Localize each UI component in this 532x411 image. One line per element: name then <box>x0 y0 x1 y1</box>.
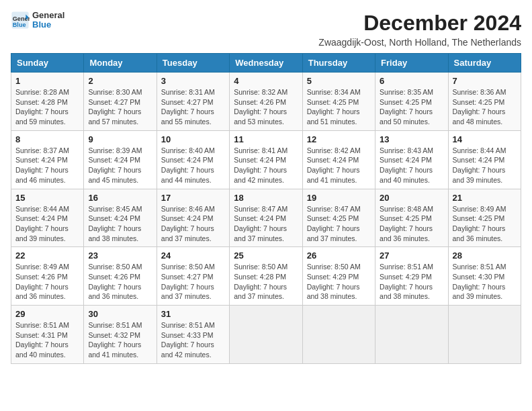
day-info: Sunrise: 8:35 AMSunset: 4:25 PMDaylight:… <box>380 87 443 127</box>
calendar-day-cell: 20Sunrise: 8:48 AMSunset: 4:25 PMDayligh… <box>375 189 448 247</box>
day-info: Sunrise: 8:50 AMSunset: 4:29 PMDaylight:… <box>307 262 371 302</box>
weekday-header-thursday: Thursday <box>302 54 375 73</box>
weekday-header-tuesday: Tuesday <box>157 54 229 73</box>
day-info: Sunrise: 8:45 AMSunset: 4:24 PMDaylight:… <box>88 204 152 244</box>
day-info: Sunrise: 8:50 AMSunset: 4:27 PMDaylight:… <box>161 262 225 302</box>
calendar-day-cell: 6Sunrise: 8:35 AMSunset: 4:25 PMDaylight… <box>375 73 448 131</box>
day-info: Sunrise: 8:34 AMSunset: 4:25 PMDaylight:… <box>307 87 371 127</box>
day-info: Sunrise: 8:28 AMSunset: 4:28 PMDaylight:… <box>15 87 79 127</box>
calendar-day-cell: 25Sunrise: 8:50 AMSunset: 4:28 PMDayligh… <box>230 247 302 306</box>
day-number: 14 <box>453 134 517 144</box>
calendar-day-cell <box>375 306 448 364</box>
calendar-week-row: 29Sunrise: 8:51 AMSunset: 4:31 PMDayligh… <box>11 306 521 364</box>
day-info: Sunrise: 8:51 AMSunset: 4:31 PMDaylight:… <box>15 320 79 360</box>
day-number: 9 <box>88 134 152 144</box>
day-number: 30 <box>88 309 152 319</box>
weekday-header-row: SundayMondayTuesdayWednesdayThursdayFrid… <box>11 54 521 73</box>
calendar-day-cell: 22Sunrise: 8:49 AMSunset: 4:26 PMDayligh… <box>11 247 84 306</box>
day-info: Sunrise: 8:41 AMSunset: 4:24 PMDaylight:… <box>234 146 298 185</box>
calendar-day-cell: 27Sunrise: 8:51 AMSunset: 4:29 PMDayligh… <box>375 247 448 306</box>
logo-line1: General <box>32 11 64 20</box>
calendar-day-cell: 30Sunrise: 8:51 AMSunset: 4:32 PMDayligh… <box>84 306 157 364</box>
calendar-day-cell: 13Sunrise: 8:43 AMSunset: 4:24 PMDayligh… <box>375 130 448 189</box>
day-number: 8 <box>15 134 79 144</box>
calendar-day-cell: 4Sunrise: 8:32 AMSunset: 4:26 PMDaylight… <box>230 73 302 131</box>
day-number: 15 <box>15 193 79 203</box>
calendar-day-cell: 28Sunrise: 8:51 AMSunset: 4:30 PMDayligh… <box>448 247 521 306</box>
calendar-day-cell: 17Sunrise: 8:46 AMSunset: 4:24 PMDayligh… <box>157 189 229 247</box>
calendar-day-cell: 2Sunrise: 8:30 AMSunset: 4:27 PMDaylight… <box>84 73 157 131</box>
day-info: Sunrise: 8:36 AMSunset: 4:25 PMDaylight:… <box>453 87 517 127</box>
calendar-table: SundayMondayTuesdayWednesdayThursdayFrid… <box>11 53 521 364</box>
logo-icon: General Blue <box>11 11 30 30</box>
day-number: 28 <box>453 250 517 261</box>
day-number: 19 <box>307 193 371 203</box>
day-number: 7 <box>453 76 517 86</box>
calendar-day-cell: 18Sunrise: 8:47 AMSunset: 4:24 PMDayligh… <box>230 189 302 247</box>
day-number: 2 <box>88 76 152 86</box>
day-info: Sunrise: 8:31 AMSunset: 4:27 PMDaylight:… <box>161 87 225 127</box>
day-number: 17 <box>161 193 225 203</box>
day-number: 27 <box>380 250 443 261</box>
calendar-week-row: 8Sunrise: 8:37 AMSunset: 4:24 PMDaylight… <box>11 130 521 189</box>
day-info: Sunrise: 8:46 AMSunset: 4:24 PMDaylight:… <box>161 204 225 244</box>
logo-line2: Blue <box>32 20 64 30</box>
day-number: 10 <box>161 134 225 144</box>
calendar-day-cell <box>448 306 521 364</box>
weekday-header-saturday: Saturday <box>448 54 521 73</box>
day-info: Sunrise: 8:49 AMSunset: 4:26 PMDaylight:… <box>15 262 79 302</box>
calendar-day-cell: 12Sunrise: 8:42 AMSunset: 4:24 PMDayligh… <box>302 130 375 189</box>
calendar-day-cell: 23Sunrise: 8:50 AMSunset: 4:26 PMDayligh… <box>84 247 157 306</box>
calendar-day-cell: 8Sunrise: 8:37 AMSunset: 4:24 PMDaylight… <box>11 130 84 189</box>
logo-text: General Blue <box>32 11 64 30</box>
day-info: Sunrise: 8:42 AMSunset: 4:24 PMDaylight:… <box>307 146 371 185</box>
location: Zwaagdijk-Oost, North Holland, The Nethe… <box>318 37 521 48</box>
weekday-header-monday: Monday <box>84 54 157 73</box>
calendar-day-cell: 21Sunrise: 8:49 AMSunset: 4:25 PMDayligh… <box>448 189 521 247</box>
day-number: 4 <box>234 76 298 86</box>
weekday-header-sunday: Sunday <box>11 54 84 73</box>
weekday-header-friday: Friday <box>375 54 448 73</box>
page-header: General Blue General Blue December 2024 … <box>11 11 521 48</box>
day-info: Sunrise: 8:48 AMSunset: 4:25 PMDaylight:… <box>380 204 443 244</box>
day-number: 11 <box>234 134 298 144</box>
day-info: Sunrise: 8:37 AMSunset: 4:24 PMDaylight:… <box>15 146 79 185</box>
day-number: 16 <box>88 193 152 203</box>
weekday-header-wednesday: Wednesday <box>230 54 302 73</box>
calendar-day-cell: 26Sunrise: 8:50 AMSunset: 4:29 PMDayligh… <box>302 247 375 306</box>
day-number: 12 <box>307 134 371 144</box>
calendar-day-cell: 15Sunrise: 8:44 AMSunset: 4:24 PMDayligh… <box>11 189 84 247</box>
day-number: 6 <box>380 76 443 86</box>
day-number: 31 <box>161 309 225 319</box>
calendar-day-cell: 19Sunrise: 8:47 AMSunset: 4:25 PMDayligh… <box>302 189 375 247</box>
day-number: 21 <box>453 193 517 203</box>
calendar-day-cell: 29Sunrise: 8:51 AMSunset: 4:31 PMDayligh… <box>11 306 84 364</box>
calendar-day-cell: 24Sunrise: 8:50 AMSunset: 4:27 PMDayligh… <box>157 247 229 306</box>
calendar-day-cell: 16Sunrise: 8:45 AMSunset: 4:24 PMDayligh… <box>84 189 157 247</box>
logo: General Blue General Blue <box>11 11 64 30</box>
day-info: Sunrise: 8:51 AMSunset: 4:32 PMDaylight:… <box>88 320 152 360</box>
day-info: Sunrise: 8:49 AMSunset: 4:25 PMDaylight:… <box>453 204 517 244</box>
day-info: Sunrise: 8:44 AMSunset: 4:24 PMDaylight:… <box>453 146 517 185</box>
calendar-day-cell: 10Sunrise: 8:40 AMSunset: 4:24 PMDayligh… <box>157 130 229 189</box>
calendar-day-cell: 1Sunrise: 8:28 AMSunset: 4:28 PMDaylight… <box>11 73 84 131</box>
day-info: Sunrise: 8:40 AMSunset: 4:24 PMDaylight:… <box>161 146 225 185</box>
day-info: Sunrise: 8:44 AMSunset: 4:24 PMDaylight:… <box>15 204 79 244</box>
calendar-week-row: 22Sunrise: 8:49 AMSunset: 4:26 PMDayligh… <box>11 247 521 306</box>
month-title: December 2024 <box>318 11 521 36</box>
calendar-day-cell: 7Sunrise: 8:36 AMSunset: 4:25 PMDaylight… <box>448 73 521 131</box>
calendar-day-cell <box>302 306 375 364</box>
calendar-day-cell: 5Sunrise: 8:34 AMSunset: 4:25 PMDaylight… <box>302 73 375 131</box>
day-number: 22 <box>15 250 79 261</box>
day-info: Sunrise: 8:43 AMSunset: 4:24 PMDaylight:… <box>380 146 443 185</box>
day-info: Sunrise: 8:51 AMSunset: 4:30 PMDaylight:… <box>453 262 517 302</box>
day-number: 26 <box>307 250 371 261</box>
day-number: 25 <box>234 250 298 261</box>
calendar-day-cell: 3Sunrise: 8:31 AMSunset: 4:27 PMDaylight… <box>157 73 229 131</box>
calendar-day-cell <box>230 306 302 364</box>
calendar-day-cell: 11Sunrise: 8:41 AMSunset: 4:24 PMDayligh… <box>230 130 302 189</box>
day-number: 20 <box>380 193 443 203</box>
day-number: 13 <box>380 134 443 144</box>
day-info: Sunrise: 8:50 AMSunset: 4:28 PMDaylight:… <box>234 262 298 302</box>
day-info: Sunrise: 8:32 AMSunset: 4:26 PMDaylight:… <box>234 87 298 127</box>
